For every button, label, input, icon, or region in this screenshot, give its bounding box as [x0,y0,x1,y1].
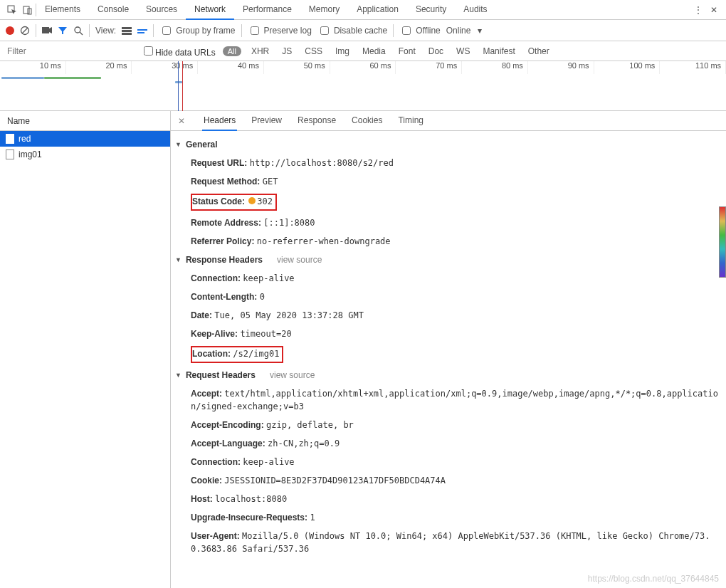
header-row: Host: localhost:8080 [175,490,719,508]
clear-icon[interactable] [20,26,30,36]
filter-input[interactable] [6,46,134,57]
request-list: Name red img01 [0,111,171,588]
tab-audits[interactable]: Audits [455,0,495,20]
filter-type-font[interactable]: Font [396,46,419,56]
header-row: Cookie: JSESSIONID=8E3D2F37D4D90123A17DF… [175,471,719,490]
network-toolbar: View: Group by frame Preserve log Disabl… [0,20,726,41]
tab-preview[interactable]: Preview [250,111,283,131]
section-request-headers[interactable]: ▼ Request Headers view source [175,366,719,384]
timeline-tick: 50 ms [264,61,330,74]
timeline-tick: 10 ms [0,61,66,74]
close-icon[interactable]: ✕ [706,2,722,18]
more-icon[interactable]: ⋮ [690,2,706,18]
filter-type-css[interactable]: CSS [302,46,325,56]
svg-rect-12 [137,32,144,33]
timeline-tick: 70 ms [396,61,462,74]
group-by-frame-checkbox[interactable]: Group by frame [159,24,235,37]
divider [89,24,90,37]
filter-type-img[interactable]: Img [332,46,352,56]
filter-type-other[interactable]: Other [525,46,552,56]
color-strip-decoration [719,206,726,278]
large-rows-icon[interactable] [122,26,132,35]
svg-rect-1 [23,6,29,14]
divider [36,24,36,37]
filter-type-media[interactable]: Media [359,46,389,56]
tab-memory[interactable]: Memory [300,0,348,20]
camera-icon[interactable] [42,26,52,35]
close-details-icon[interactable]: ✕ [178,116,189,126]
watermark: https://blog.csdn.net/qq_37644845 [588,574,719,584]
timeline-tick: 60 ms [330,61,396,74]
header-row: Request Method: GET [175,172,719,191]
filter-type-all[interactable]: All [223,46,241,56]
request-row[interactable]: img01 [0,147,170,162]
status-dot-icon [248,197,256,204]
tab-response[interactable]: Response [296,111,337,131]
timeline-tick: 90 ms [528,61,594,74]
svg-line-7 [80,32,83,35]
timeline-tick: 110 ms [660,61,726,74]
header-row: Request URL: http://localhost:8080/s2/re… [175,154,719,172]
document-icon [6,134,14,144]
tab-console[interactable]: Console [89,0,137,20]
divider [153,24,154,37]
search-icon[interactable] [73,26,83,36]
tab-security[interactable]: Security [407,0,455,20]
divider [393,24,394,37]
header-row: User-Agent: Mozilla/5.0 (Windows NT 10.0… [175,527,719,558]
tab-application[interactable]: Application [348,0,407,20]
request-name: red [19,134,31,144]
timeline-overview[interactable]: 10 ms 20 ms 30 ms 40 ms 50 ms 60 ms 70 m… [0,61,726,111]
tab-elements[interactable]: Elements [36,0,89,20]
chevron-down-icon: ▼ [175,372,182,379]
device-toolbar-icon[interactable] [20,2,36,18]
filter-icon[interactable] [58,26,68,36]
filter-type-js[interactable]: JS [279,46,295,56]
request-list-header[interactable]: Name [0,111,170,131]
section-response-headers[interactable]: ▼ Response Headers view source [175,251,719,269]
tab-sources[interactable]: Sources [137,0,186,20]
svg-rect-5 [42,27,49,33]
filter-type-manifest[interactable]: Manifest [480,46,517,56]
tab-network[interactable]: Network [186,0,234,20]
timeline-tick: 100 ms [594,61,661,74]
filter-type-ws[interactable]: WS [453,46,473,56]
filter-type-doc[interactable]: Doc [426,46,446,56]
online-select[interactable]: Online ▾ [446,26,483,36]
overview-icon[interactable] [137,26,147,35]
section-general[interactable]: ▼ General [175,135,719,154]
tab-cookies[interactable]: Cookies [350,111,384,131]
svg-line-4 [22,28,28,33]
devtools-tab-bar: Elements Console Sources Network Perform… [0,0,726,20]
svg-rect-8 [122,27,132,29]
tab-headers[interactable]: Headers [202,111,237,131]
header-row-location: Location: /s2/img01 [175,343,719,366]
header-row: Referrer Policy: no-referrer-when-downgr… [175,232,719,251]
inspect-icon[interactable] [4,2,20,18]
hide-data-urls-checkbox[interactable]: Hide data URLs [141,44,216,58]
svg-rect-10 [122,33,132,35]
svg-rect-9 [122,30,132,32]
view-source-link[interactable]: view source [270,370,315,380]
svg-rect-11 [137,29,147,31]
filter-type-xhr[interactable]: XHR [248,46,272,56]
header-row: Keep-Alive: timeout=20 [175,325,719,343]
svg-point-6 [75,27,80,33]
tab-timing[interactable]: Timing [396,111,425,131]
filter-bar: Hide data URLs All XHR JS CSS Img Media … [0,41,726,61]
record-icon[interactable] [6,26,14,35]
tab-performance[interactable]: Performance [234,0,300,20]
divider [241,24,242,37]
document-icon [6,149,14,159]
preserve-log-checkbox[interactable]: Preserve log [248,24,312,37]
header-row: Upgrade-Insecure-Requests: 1 [175,508,719,527]
header-row: Remote Address: [::1]:8080 [175,214,719,232]
header-row: Accept: text/html,application/xhtml+xml,… [175,384,719,416]
header-row: Date: Tue, 05 May 2020 13:37:28 GMT [175,306,719,325]
timeline-tick: 80 ms [462,61,528,74]
offline-checkbox[interactable]: Offline [399,24,440,37]
header-row: Accept-Language: zh-CN,zh;q=0.9 [175,434,719,453]
view-source-link[interactable]: view source [277,255,322,265]
disable-cache-checkbox[interactable]: Disable cache [317,24,387,37]
request-row[interactable]: red [0,131,170,147]
